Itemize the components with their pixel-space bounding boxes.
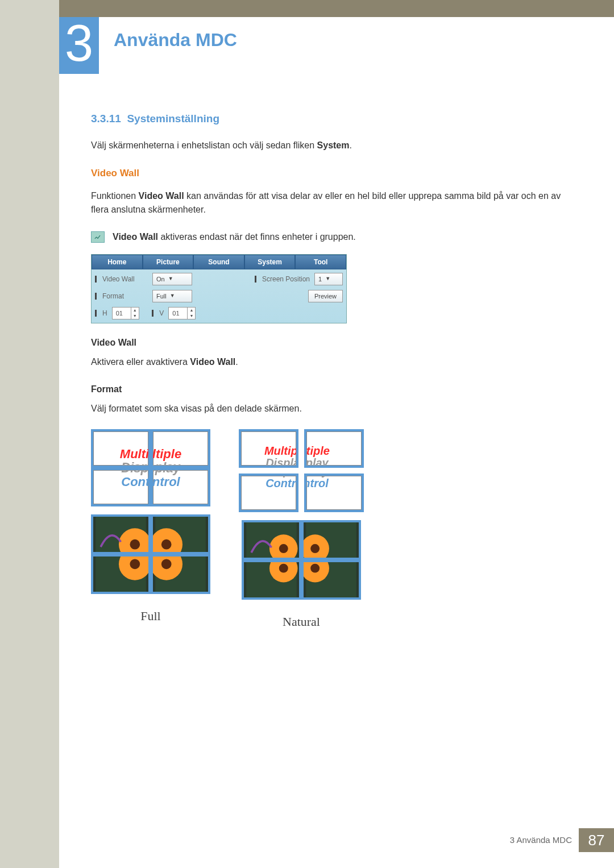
tab-tool[interactable]: Tool [295, 255, 346, 269]
cell: MultipleDisplayControl [151, 468, 210, 506]
text: Display [121, 460, 151, 468]
format-select[interactable]: Full▼ [152, 290, 192, 302]
videowall-heading: Video Wall [91, 166, 566, 181]
select-value: On [156, 275, 165, 284]
tab-home[interactable]: Home [92, 255, 143, 269]
text-bold: Video Wall [139, 191, 184, 201]
videowall-label: Video Wall [102, 274, 148, 284]
text: Multiple [304, 445, 330, 457]
format-label: Format [102, 291, 148, 301]
note-icon [91, 231, 105, 243]
text: Control [304, 477, 329, 489]
svg-point-5 [161, 539, 172, 550]
videowall-select[interactable]: On▼ [152, 273, 192, 285]
ui-body: Video Wall On▼ Format Full▼ H 01▲▼ [92, 269, 346, 323]
left-sidebar [0, 0, 59, 868]
caption-full: Full [140, 607, 160, 625]
text: aktiveras endast när det finns enheter i… [158, 232, 356, 242]
page-number: 87 [579, 828, 614, 852]
cell: MultipleDisplayControl [304, 474, 364, 512]
text: Funktionen [91, 191, 139, 201]
full-photo-diagram [91, 514, 210, 594]
marker-icon [95, 276, 97, 283]
v-label: V [159, 308, 164, 318]
text: Aktivera eller avaktivera [91, 357, 190, 367]
marker-icon [152, 310, 154, 317]
section-title: Systeminställning [127, 113, 219, 124]
ui-screenshot: Home Picture Sound System Tool Video Wal… [91, 254, 347, 323]
text-bold: Video Wall [113, 232, 158, 242]
cell: MultipleDisplayControl [151, 429, 210, 468]
cell [301, 520, 361, 560]
text: Multiple [151, 447, 181, 462]
text: . [235, 357, 238, 367]
ui-tabs: Home Picture Sound System Tool [92, 255, 346, 269]
tab-picture[interactable]: Picture [143, 255, 194, 269]
chevron-down-icon: ▼ [325, 275, 330, 283]
page: 3 Använda MDC 3.3.11 Systeminställning V… [0, 0, 614, 868]
svg-point-23 [310, 564, 320, 573]
cell [242, 560, 301, 600]
cell: MultipleDisplayControl [91, 468, 151, 506]
h-stepper[interactable]: 01▲▼ [112, 307, 139, 319]
full-column: MultipleDisplayControl MultipleDisplayCo… [91, 429, 210, 631]
marker-icon [255, 276, 256, 283]
chevron-up-icon[interactable]: ▲ [131, 308, 139, 313]
cell: MultipleDisplayControl [239, 474, 298, 512]
cell: MultipleDisplayControl [239, 429, 298, 468]
svg-point-2 [130, 539, 140, 550]
chevron-up-icon[interactable]: ▲ [188, 308, 195, 313]
cell [301, 560, 361, 600]
chevron-down-icon[interactable]: ▼ [131, 313, 139, 319]
preview-button[interactable]: Preview [308, 290, 343, 302]
tab-system[interactable]: System [244, 255, 296, 269]
cell: MultipleDisplayControl [304, 429, 364, 468]
chevron-down-icon: ▼ [168, 275, 173, 283]
full-text-diagram: MultipleDisplayControl MultipleDisplayCo… [91, 429, 210, 506]
tab-sound[interactable]: Sound [193, 255, 244, 269]
content: 3.3.11 Systeminställning Välj skärmenhet… [91, 111, 566, 631]
text: Display [151, 460, 180, 468]
chapter-title: Använda MDC [114, 26, 237, 53]
cell [91, 554, 151, 594]
text: Multiple [120, 447, 151, 462]
text: Välj skärmenheterna i enhetslistan och v… [91, 140, 317, 150]
cell [91, 514, 151, 554]
select-value: Full [156, 292, 167, 301]
h-label: H [102, 308, 107, 318]
section-intro: Välj skärmenheterna i enhetslistan och v… [91, 139, 566, 152]
svg-point-11 [161, 559, 172, 569]
marker-icon [95, 310, 97, 317]
chapter-badge: 3 [59, 17, 99, 74]
text: . [349, 140, 351, 150]
sub-videowall-head: Video Wall [91, 336, 566, 350]
section-heading: 3.3.11 Systeminställning [91, 111, 566, 127]
chevron-down-icon: ▼ [170, 292, 175, 300]
text: Multiple [264, 445, 298, 457]
screen-position-select[interactable]: 1▼ [314, 273, 343, 285]
top-banner [59, 0, 614, 17]
cell [151, 514, 210, 554]
text-bold: Video Wall [190, 357, 235, 367]
screen-position-label: Screen Position [262, 274, 310, 284]
note-row: Video Wall aktiveras endast när det finn… [91, 230, 566, 244]
text-bold: System [317, 140, 350, 150]
natural-text-diagram: MultipleDisplayControl MultipleDisplayCo… [239, 429, 364, 512]
footer-label: 3 Använda MDC [510, 834, 572, 847]
text: Display [304, 456, 329, 468]
text: Control [121, 474, 151, 488]
text: Control [265, 477, 298, 489]
cell: MultipleDisplayControl [91, 429, 151, 468]
natural-column: MultipleDisplayControl MultipleDisplayCo… [239, 429, 364, 631]
stepper-value: 01 [172, 309, 179, 318]
svg-point-17 [310, 544, 320, 553]
footer: 3 Använda MDC 87 [510, 828, 614, 852]
chevron-down-icon[interactable]: ▼ [188, 313, 195, 319]
text: Display [265, 456, 298, 468]
chapter-number: 3 [65, 18, 93, 69]
videowall-desc: Funktionen Video Wall kan användas för a… [91, 189, 566, 217]
svg-point-14 [279, 544, 288, 553]
v-stepper[interactable]: 01▲▼ [168, 307, 196, 319]
marker-icon [95, 293, 97, 300]
svg-point-20 [279, 564, 288, 573]
